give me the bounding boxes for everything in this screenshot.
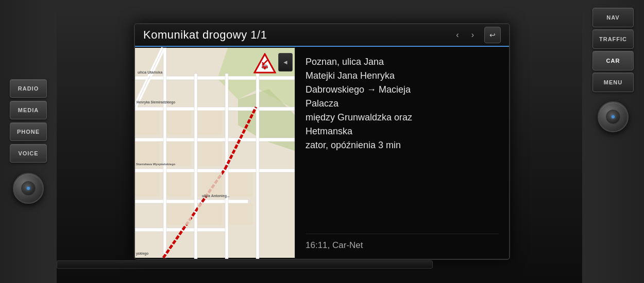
car-infotainment-unit: RADIO MEDIA PHONE VOICE Komunikat drogow… (0, 0, 644, 283)
svg-rect-3 (135, 76, 295, 80)
right-knob-indicator (612, 115, 615, 118)
svg-rect-28 (135, 142, 160, 166)
traffic-button[interactable]: TRAFFIC (592, 29, 634, 49)
prev-arrow-button[interactable]: ‹ (452, 28, 463, 42)
svg-rect-25 (198, 203, 222, 225)
svg-rect-5 (135, 138, 295, 142)
cd-slot (57, 260, 433, 269)
traffic-warning-icon: 🚗 (253, 53, 276, 74)
map-collapse-button[interactable]: ◄ (278, 53, 293, 72)
svg-rect-19 (167, 142, 191, 166)
svg-rect-24 (167, 203, 191, 225)
radio-button[interactable]: RADIO (10, 79, 47, 98)
svg-rect-4 (135, 107, 295, 111)
menu-button[interactable]: MENU (592, 73, 634, 92)
svg-rect-20 (198, 142, 222, 166)
svg-rect-27 (135, 111, 160, 135)
svg-rect-21 (167, 172, 191, 197)
next-arrow-button[interactable]: › (467, 28, 478, 42)
svg-text:yskiego: yskiego (136, 252, 148, 256)
map-svg: ulica Utańska Henryka Siemiradzkiego Sta… (135, 47, 295, 259)
navigation-arrows: ‹ › (452, 28, 478, 42)
voice-button[interactable]: VOICE (10, 144, 47, 163)
left-volume-knob[interactable] (13, 173, 44, 204)
svg-rect-6 (135, 169, 295, 172)
svg-rect-18 (198, 111, 222, 135)
svg-rect-9 (163, 48, 166, 258)
left-button-panel: RADIO MEDIA PHONE VOICE (0, 0, 57, 283)
screen-body: ulica Utańska Henryka Siemiradzkiego Sta… (135, 47, 509, 259)
svg-rect-29 (135, 172, 160, 197)
screen-header: Komunikat drogowy 1/1 ‹ › ↩ (135, 24, 509, 47)
phone-button[interactable]: PHONE (10, 122, 47, 141)
svg-rect-17 (167, 111, 191, 135)
media-button[interactable]: MEDIA (10, 101, 47, 119)
svg-rect-22 (198, 172, 222, 197)
nav-button[interactable]: NAV (592, 8, 634, 27)
svg-rect-23 (229, 172, 253, 197)
svg-text:ulica Antonieg...: ulica Antonieg... (202, 194, 230, 198)
svg-rect-10 (194, 74, 197, 259)
knob-indicator (27, 187, 30, 190)
screen-title: Komunikat drogowy 1/1 (143, 28, 446, 42)
message-timestamp: 16:11, Car-Net (306, 234, 499, 251)
map-area: ulica Utańska Henryka Siemiradzkiego Sta… (135, 47, 295, 259)
svg-text:Henryka Siemiradzkiego: Henryka Siemiradzkiego (137, 100, 175, 104)
svg-rect-7 (135, 200, 248, 203)
svg-text:ulica Utańska: ulica Utańska (138, 70, 163, 75)
infotainment-screen: Komunikat drogowy 1/1 ‹ › ↩ (134, 23, 510, 260)
car-button[interactable]: CAR (592, 51, 634, 70)
svg-text:🚗: 🚗 (261, 62, 268, 69)
svg-text:Stanisława Wyspiańskiego: Stanisława Wyspiańskiego (136, 163, 176, 166)
right-control-knob[interactable] (598, 101, 629, 132)
svg-rect-12 (256, 74, 259, 259)
traffic-message-text: Poznan, ulica Jana Matejki Jana Henryka … (306, 55, 499, 152)
right-button-panel: NAV TRAFFIC CAR MENU (582, 0, 644, 283)
traffic-info-panel: Poznan, ulica Jana Matejki Jana Henryka … (295, 47, 509, 259)
back-button[interactable]: ↩ (484, 27, 501, 43)
svg-rect-26 (229, 203, 253, 225)
